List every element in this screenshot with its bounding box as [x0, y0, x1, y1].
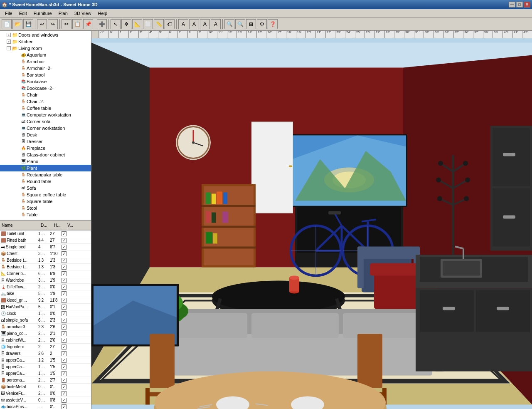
visibility-checkbox[interactable]	[62, 305, 66, 310]
table-row[interactable]: 🛋 simple_sofa 6'... 2'3	[0, 317, 91, 324]
visibility-checkbox[interactable]	[62, 384, 66, 389]
tree-item-computerwkst[interactable]: 💻 Computer workstation	[0, 112, 91, 118]
visibility-checkbox[interactable]	[62, 404, 66, 409]
tree-item-chair2[interactable]: 🪑 Chair -2-	[0, 98, 91, 105]
col-header-name[interactable]: Name	[2, 223, 39, 228]
visibility-checkbox[interactable]	[62, 285, 66, 290]
toolbar-add-furniture[interactable]: ➕	[97, 19, 107, 29]
tree-item-table[interactable]: 🪑 Table	[0, 211, 91, 218]
tree-item-aquarium[interactable]: 🐠 Aquarium	[0, 52, 91, 58]
toolbar-text-a2[interactable]: A	[189, 19, 199, 29]
toolbar-undo[interactable]: ↩	[37, 19, 47, 29]
visibility-checkbox[interactable]	[62, 364, 66, 369]
visibility-checkbox[interactable]	[62, 318, 66, 323]
tree-item-bookcase[interactable]: 📚 Bookcase	[0, 78, 91, 85]
tree-item-doors[interactable]: + 📁 Doors and windows	[0, 32, 91, 38]
visibility-checkbox[interactable]	[62, 325, 66, 330]
visibility-checkbox[interactable]	[62, 271, 66, 276]
tree-item-piano[interactable]: 🎹 Piano	[0, 158, 91, 165]
table-row[interactable]: 🗄 upperCa... 1'... 1'5	[0, 364, 91, 370]
toolbar-save[interactable]: 💾	[23, 19, 33, 29]
toolbar-text-a4[interactable]: A	[211, 19, 221, 29]
visibility-checkbox[interactable]	[62, 378, 66, 383]
tree-item-cornerwkst[interactable]: 💻 Corner workstation	[0, 125, 91, 131]
table-row[interactable]: 🎹 piano_co... 2'... 2'1	[0, 330, 91, 337]
toolbar-paste[interactable]: 📌	[83, 19, 93, 29]
menu-3dview[interactable]: 3D View	[71, 10, 95, 17]
tree-item-desk[interactable]: 🗄 Desk	[0, 131, 91, 138]
table-row[interactable]: 🪑 armchair3 2'3 2'6	[0, 324, 91, 330]
table-row[interactable]: 🛏 Single bed 4' 6'7	[0, 244, 91, 250]
viewport-3d[interactable]	[91, 38, 532, 409]
visibility-checkbox[interactable]	[62, 291, 66, 296]
visibility-checkbox[interactable]	[62, 351, 66, 356]
tree-item-barstool[interactable]: 🪑 Bar stool	[0, 72, 91, 78]
toolbar-zoom-fit[interactable]: ⊞	[246, 19, 256, 29]
visibility-checkbox[interactable]	[62, 251, 66, 256]
table-row[interactable]: 🟫 kleed_gri... 9'2 11'8	[0, 297, 91, 304]
visibility-checkbox[interactable]	[62, 398, 66, 403]
tree-item-kitchen[interactable]: + 📁 Kitchen	[0, 38, 91, 45]
menu-file[interactable]: File	[2, 10, 16, 17]
table-row[interactable]: 📦 Chest 3'... 1'10	[0, 250, 91, 257]
menu-edit[interactable]: Edit	[16, 10, 30, 17]
visibility-checkbox[interactable]	[62, 311, 66, 316]
tree-item-armchair[interactable]: 🪑 Armchair	[0, 58, 91, 65]
visibility-checkbox[interactable]	[62, 245, 66, 250]
visibility-checkbox[interactable]	[62, 371, 66, 376]
minimize-button[interactable]: —	[509, 2, 515, 7]
tree-expand-kitchen[interactable]: +	[7, 40, 11, 44]
toolbar-preferences[interactable]: ⚙	[257, 19, 267, 29]
tree-item-dresser[interactable]: 🗄 Dresser	[0, 138, 91, 145]
tree-item-squaretable[interactable]: 🪑 Square table	[0, 198, 91, 205]
table-row[interactable]: 🖼 HaiVanPa... 5'... 0'1	[0, 304, 91, 310]
tree-item-sofa[interactable]: 🛋 Sofa	[0, 185, 91, 191]
table-row[interactable]: 🐟 bocaPois... ... 0'...	[0, 404, 91, 409]
maximize-button[interactable]: □	[516, 2, 523, 7]
tree-expand-doors[interactable]: +	[7, 33, 11, 37]
table-row[interactable]: 🗼 EiffelTow... 2'... 0'0	[0, 284, 91, 290]
toolbar-text-a1[interactable]: A	[178, 19, 188, 29]
tree-item-stool[interactable]: 🪑 Stool	[0, 205, 91, 211]
tree-view[interactable]: + 📁 Doors and windows + 📁 Kitchen - 📂 Li…	[0, 31, 91, 220]
toolbar-select[interactable]: ↖	[111, 19, 121, 29]
table-row[interactable]: 🚪 portema... 2'... 2'7	[0, 377, 91, 384]
tree-expand-livingroom[interactable]: -	[7, 46, 11, 50]
visibility-checkbox[interactable]	[62, 231, 66, 236]
toolbar-text-a3[interactable]: A	[200, 19, 210, 29]
table-row[interactable]: 🗄 upperCa... 1'... 1'5	[0, 370, 91, 377]
toolbar-redo[interactable]: ↪	[48, 19, 58, 29]
tree-item-roundtable[interactable]: 🪑 Round table	[0, 178, 91, 185]
table-row[interactable]: 🪑 Bedside t... 1'3 1'3	[0, 264, 91, 270]
toolbar-zoom-in[interactable]: 🔍	[224, 19, 234, 29]
visibility-checkbox[interactable]	[62, 331, 66, 336]
tree-item-plant[interactable]: 🌿 Plant	[0, 165, 91, 171]
table-row[interactable]: 🧊 frigorifero 2 27'	[0, 344, 91, 350]
visibility-checkbox[interactable]	[62, 298, 66, 303]
toolbar-create-rooms[interactable]: ⬜	[143, 19, 153, 29]
visibility-checkbox[interactable]	[62, 338, 66, 343]
table-row[interactable]: 🟫 Toilet unit 1'... 27'	[0, 231, 91, 237]
titlebar-controls[interactable]: — □ ✕	[509, 2, 530, 7]
close-button[interactable]: ✕	[524, 2, 530, 7]
table-row[interactable]: 🕐 clock 1'... 0'0	[0, 310, 91, 317]
tree-item-coffeetable[interactable]: 🪑 Coffee table	[0, 105, 91, 112]
tree-item-livingroom[interactable]: - 📂 Living room	[0, 45, 91, 52]
col-header-d[interactable]: D...	[41, 223, 52, 228]
tree-item-chair[interactable]: 🪑 Chair	[0, 92, 91, 98]
table-row[interactable]: 📐 Corner b... 6'... 6'9	[0, 270, 91, 277]
tree-item-cornersofa[interactable]: 🛋 Corner sofa	[0, 118, 91, 125]
toolbar-new[interactable]: 📄	[2, 19, 12, 29]
tree-item-glassdoor[interactable]: 🗄 Glass-door cabinet	[0, 151, 91, 158]
table-row[interactable]: 🪑 Bedside t... 1'3 1'3	[0, 257, 91, 264]
table-row[interactable]: 🖼 VeniceFr... 2'... 0'0	[0, 390, 91, 397]
toolbar-create-walls[interactable]: 📐	[132, 19, 142, 29]
tree-item-bookcase2[interactable]: 📚 Bookcase -2-	[0, 85, 91, 92]
toolbar-create-labels[interactable]: 🏷	[165, 19, 175, 29]
toolbar-create-dimensions[interactable]: 📏	[154, 19, 164, 29]
visibility-checkbox[interactable]	[62, 278, 66, 283]
table-row[interactable]: 🗄 drawers 2'6 2	[0, 350, 91, 357]
tree-item-fireplace[interactable]: 🔥 Fireplace	[0, 145, 91, 151]
menu-help[interactable]: Help	[95, 10, 111, 17]
toolbar-open[interactable]: 📂	[12, 19, 22, 29]
